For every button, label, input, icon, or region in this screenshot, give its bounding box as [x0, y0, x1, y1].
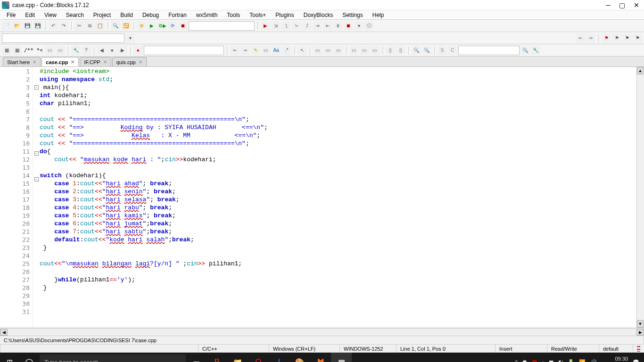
debug-run-icon[interactable]: ▶ [261, 21, 270, 31]
close-button[interactable]: ✕ [634, 1, 639, 9]
regex-icon[interactable]: .* [282, 46, 291, 55]
menu-search[interactable]: Search [61, 11, 89, 19]
tab-close-icon[interactable]: ✕ [33, 59, 36, 65]
symbol-select[interactable] [458, 46, 520, 55]
opera-icon[interactable]: O [248, 353, 269, 362]
undo-icon[interactable]: ↶ [49, 21, 58, 31]
tab-quis-cpp[interactable]: quis.cpp✕ [112, 57, 147, 66]
battery-icon[interactable]: 🔋 [568, 359, 574, 362]
tab-start-here[interactable]: Start here✕ [3, 57, 41, 66]
split1-icon[interactable]: ▯ [386, 46, 395, 55]
minimize-button[interactable]: ─ [606, 1, 611, 9]
vertical-scrollbar[interactable]: ▲ ▼ [636, 67, 644, 328]
win3-icon[interactable]: ▭ [334, 46, 343, 55]
hl-clear-icon[interactable]: ▭ [261, 46, 271, 55]
codeblocks-icon[interactable]: ▦ [331, 353, 352, 362]
lang-flag-icon[interactable] [637, 346, 640, 352]
paste-icon[interactable]: 📋 [95, 21, 105, 31]
tray-app4-icon[interactable]: ⬒ [549, 359, 553, 362]
paint-icon[interactable]: 🎨 [289, 353, 310, 362]
stop-debug-icon[interactable]: ⏹ [344, 21, 353, 31]
bookmark-toggle-icon[interactable]: ⚑ [602, 33, 611, 43]
copy-icon[interactable]: ⧉ [85, 21, 94, 31]
notifications-icon[interactable]: 💬 [633, 359, 639, 362]
taskview-icon[interactable]: ▭ [186, 353, 206, 362]
jump-mark-icon[interactable]: ● [107, 46, 117, 55]
tray-app3-icon[interactable]: ▫ [542, 359, 544, 362]
match-case-icon[interactable]: Aa [272, 46, 281, 55]
search-combo[interactable] [2, 33, 124, 43]
menu-tools+[interactable]: Tools+ [245, 11, 271, 19]
open-icon[interactable]: 📂 [12, 21, 22, 31]
tab-close-icon[interactable]: ✕ [103, 59, 107, 65]
code-editor[interactable]: #include <iostream>using namespace std; … [40, 67, 644, 328]
info-icon[interactable]: ⓘ [364, 21, 374, 31]
wrench-icon[interactable]: 🔧 [71, 46, 81, 55]
tab-case-cpp[interactable]: case.cpp✕ [41, 57, 79, 66]
rebuild-icon[interactable]: ⟳ [168, 21, 177, 31]
menu-fortran[interactable]: Fortran [164, 11, 191, 19]
scroll-right-icon[interactable]: ▶ [636, 329, 644, 336]
tab-if-cpp[interactable]: IF.CPP✕ [80, 57, 111, 66]
save-all-icon[interactable]: 💾 [33, 21, 42, 31]
scroll-up-icon[interactable]: ▲ [637, 67, 644, 74]
win1-icon[interactable]: ▭ [313, 46, 322, 55]
build-run-icon[interactable]: ⚙▶ [157, 21, 167, 31]
tab-close-icon[interactable]: ✕ [71, 59, 74, 65]
firefox-icon[interactable]: 🦊 [310, 353, 331, 362]
menu-doxyblocks[interactable]: DoxyBlocks [299, 11, 338, 19]
run-icon[interactable]: ▶ [147, 21, 157, 31]
explorer-icon[interactable]: 📁 [227, 353, 248, 362]
menu-build[interactable]: Build [116, 11, 138, 19]
tray-app1-icon[interactable]: ⬢ [522, 359, 527, 362]
cortana-icon[interactable]: ◯ [19, 353, 40, 362]
step-instr-icon[interactable]: ⇤ [323, 21, 332, 31]
menu-help[interactable]: Help [368, 11, 389, 19]
block-comment-icon[interactable]: ▭ [45, 46, 55, 55]
save-icon[interactable]: 💾 [23, 21, 32, 31]
tray-app5-icon[interactable]: ◧ [558, 359, 563, 362]
scroll-left-icon[interactable]: ◀ [0, 329, 8, 336]
menu-project[interactable]: Project [89, 11, 116, 19]
cut-icon[interactable]: ✂ [74, 21, 84, 31]
step-out-icon[interactable]: ⤴ [302, 21, 312, 31]
cls-icon[interactable]: C [448, 46, 457, 55]
debug-windows-icon[interactable]: ▾ [354, 21, 363, 31]
record-macro-icon[interactable]: ● [133, 46, 143, 55]
src-icon[interactable]: S [438, 46, 447, 55]
fold-column[interactable]: --- [33, 67, 40, 328]
split2-icon[interactable]: ▯ [396, 46, 405, 55]
powerpoint-icon[interactable]: P [206, 353, 227, 362]
nav-fwd-icon[interactable]: ⇒ [586, 33, 595, 43]
menu-edit[interactable]: Edit [20, 11, 40, 19]
build-target-select[interactable] [189, 21, 255, 31]
config-icon[interactable]: 🔧 [531, 46, 540, 55]
replace-icon[interactable]: 🔁 [121, 21, 131, 31]
hl-fwd-icon[interactable]: ⇒ [240, 46, 250, 55]
help-icon[interactable]: ? [82, 46, 91, 55]
select-icon[interactable]: ↖ [297, 46, 307, 55]
doxy-icon[interactable]: ▦ [2, 46, 11, 55]
menu-file[interactable]: File [2, 11, 20, 19]
scroll-down-icon[interactable]: ▼ [637, 320, 644, 328]
run-to-cursor-icon[interactable]: ⇲ [271, 21, 281, 31]
tray-app2-icon[interactable]: ⬤ [532, 359, 537, 362]
zoom-out-icon[interactable]: 🔍 [422, 46, 431, 55]
redo-icon[interactable]: ↷ [59, 21, 68, 31]
step-into-icon[interactable]: ⤷ [292, 21, 301, 31]
jump-back-icon[interactable]: ◀ [97, 46, 107, 55]
volume-icon[interactable]: 🔊 [590, 359, 597, 362]
win2-icon[interactable]: ▭ [323, 46, 333, 55]
search-go-icon[interactable]: ▾ [125, 33, 135, 43]
menu-tools[interactable]: Tools [222, 11, 245, 19]
taskbar-clock[interactable]: 09:30 03-03-2018 [602, 356, 628, 362]
wifi-icon[interactable]: 📶 [579, 359, 586, 362]
nav-back-icon[interactable]: ⇐ [576, 33, 585, 43]
find-icon[interactable]: 🔍 [111, 21, 120, 31]
step-over-icon[interactable]: ⤵ [281, 21, 291, 31]
menu-debug[interactable]: Debug [138, 11, 164, 19]
tray-up-icon[interactable]: ^ [515, 359, 518, 362]
line-comment-icon[interactable]: ▭ [56, 46, 65, 55]
menu-wxsmith[interactable]: wxSmith [191, 11, 222, 19]
horizontal-scrollbar[interactable]: ◀ ▶ [0, 328, 644, 336]
